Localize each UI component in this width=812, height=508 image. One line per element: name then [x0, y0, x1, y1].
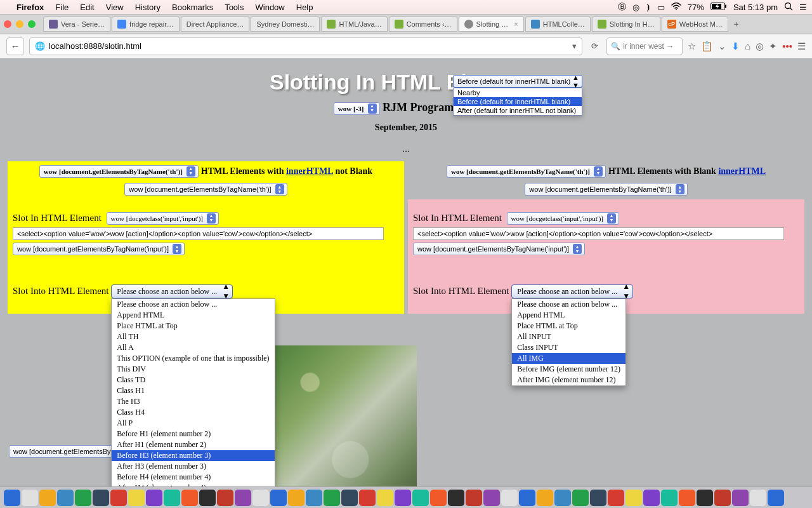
status-icon[interactable]: Ⓑ	[618, 1, 626, 13]
select-option[interactable]: After H1 (element number 2)	[112, 439, 274, 450]
home-icon[interactable]: ⌂	[745, 41, 750, 51]
bottom-select[interactable]: wow [document.getElementsByTag	[9, 445, 125, 458]
select-option[interactable]: Please choose an action below ...	[112, 299, 274, 310]
status-icon[interactable]: ⦘	[646, 3, 651, 12]
menu-bookmarks[interactable]: Bookmarks	[172, 3, 213, 12]
download-icon[interactable]: ⬇	[731, 41, 740, 52]
menu-window[interactable]: Window	[256, 3, 285, 12]
dock-app-icon[interactable]	[288, 490, 304, 506]
slot-in-select[interactable]: wow [docgetclass('input','input')]▲▼	[507, 212, 619, 225]
dock-app-icon[interactable]	[75, 490, 91, 506]
dock-app-icon[interactable]	[377, 490, 393, 506]
select-option[interactable]: After IMG (element number 12)	[512, 375, 625, 385]
close-window-icon[interactable]	[4, 20, 11, 28]
browser-tab[interactable]: Sydney Domesti…	[251, 17, 320, 32]
select-option[interactable]: Nearby	[454, 88, 582, 97]
menu-icon[interactable]: ☰	[799, 3, 807, 12]
battery-icon[interactable]	[710, 3, 727, 12]
url-bar[interactable]: 🌐 localhost:8888/slotin.html ▾	[29, 37, 582, 55]
select-option[interactable]: Class TD	[112, 375, 274, 385]
dock-app-icon[interactable]	[537, 490, 553, 506]
dock-app-icon[interactable]	[181, 490, 198, 506]
browser-tab[interactable]: HTMLColle…	[525, 17, 591, 32]
innerhtml-link[interactable]: innerHTML	[286, 166, 333, 176]
dock-app-icon[interactable]	[430, 490, 447, 506]
select-option[interactable]: Please choose an action below ...	[512, 299, 625, 310]
select-option[interactable]: All A	[112, 342, 274, 353]
select-option[interactable]: All P	[112, 418, 274, 429]
dock-app-icon[interactable]	[608, 490, 624, 506]
dock-app-icon[interactable]	[146, 490, 162, 506]
select-option[interactable]: Class INPUT	[512, 342, 625, 353]
select-option[interactable]: This OPTION (example of one that is impo…	[112, 353, 274, 364]
head-select-left[interactable]: wow [document.getElementsByTagName('th')…	[39, 165, 199, 178]
dock-app-icon[interactable]	[199, 490, 216, 506]
slot-in-select2[interactable]: wow [document.getElementsByTagName('inpu…	[13, 243, 185, 255]
slot-in-select2[interactable]: wow [document.getElementsByTagName('inpu…	[413, 243, 585, 255]
pocket-icon[interactable]: ⌄	[718, 41, 726, 52]
new-tab-button[interactable]: ＋	[730, 17, 743, 31]
back-button[interactable]: ←	[6, 37, 24, 55]
dock-app-icon[interactable]	[359, 490, 376, 506]
select-option[interactable]: Append HTML	[112, 310, 274, 321]
select-option[interactable]: Append HTML	[512, 310, 625, 321]
browser-tab[interactable]: Slotting In H…	[592, 17, 660, 32]
action-select-left[interactable]: Please choose an action below ...▲▼ Plea…	[111, 284, 233, 298]
menu-history[interactable]: History	[135, 3, 160, 12]
addon-icon[interactable]: •••	[782, 41, 792, 51]
addon-icon[interactable]: ✦	[769, 41, 777, 52]
select-option[interactable]: Before H1 (element number 2)	[112, 429, 274, 439]
status-icon[interactable]: ◎	[632, 3, 639, 12]
browser-tab-active[interactable]: Slotting …×	[459, 17, 524, 32]
select-option[interactable]: After H3 (element number 3)	[112, 461, 274, 472]
window-controls[interactable]	[4, 20, 36, 28]
dock-app-icon[interactable]	[39, 490, 56, 506]
slot-in-select[interactable]: wow [docgetclass('input','input')]▲▼	[107, 212, 219, 225]
dock-app-icon[interactable]	[110, 490, 127, 506]
dock-app-icon[interactable]	[643, 490, 660, 506]
select-option[interactable]: Place HTML at Top	[512, 321, 625, 331]
dock-app-icon[interactable]	[483, 490, 500, 506]
browser-tab[interactable]: Comments ‹…	[389, 17, 457, 32]
dock-app-icon[interactable]	[306, 490, 322, 506]
browser-tab[interactable]: fridge repair…	[112, 17, 180, 32]
dock-app-icon[interactable]	[4, 490, 20, 506]
menu-view[interactable]: View	[106, 3, 124, 12]
head-select2-right[interactable]: wow [document.getElementsByTagName('th')…	[525, 183, 687, 196]
reload-button[interactable]: ⟳	[587, 39, 601, 53]
dock-app-icon[interactable]	[679, 490, 695, 506]
dock-app-icon[interactable]	[252, 490, 269, 506]
dock-app-icon[interactable]	[341, 490, 358, 506]
dock-app-icon[interactable]	[572, 490, 589, 506]
select-option[interactable]: Before H3 (element number 3)	[112, 450, 274, 461]
select-option[interactable]: After H4 (element number 4)	[112, 483, 274, 486]
browser-tab[interactable]: cPWebHost M…	[662, 17, 728, 32]
browser-tab[interactable]: Vera - Serie…	[43, 17, 110, 32]
head-select-right[interactable]: wow [document.getElementsByTagName('th')…	[447, 165, 606, 178]
dock-app-icon[interactable]	[448, 490, 464, 506]
dock-app-icon[interactable]	[57, 490, 74, 506]
wifi-icon[interactable]	[671, 3, 681, 12]
dock-app-icon[interactable]	[164, 490, 180, 506]
hamburger-menu-icon[interactable]: ☰	[797, 41, 806, 52]
browser-tab[interactable]: Direct Appliance…	[181, 17, 250, 32]
dock-app-icon[interactable]	[554, 490, 571, 506]
menu-file[interactable]: File	[55, 3, 69, 12]
menu-edit[interactable]: Edit	[80, 3, 94, 12]
position-select[interactable]: Before (default for innerHTML blank) ▲▼ …	[453, 75, 582, 116]
dock-app-icon[interactable]	[590, 490, 606, 506]
dock-app-icon[interactable]	[22, 490, 38, 506]
star-icon[interactable]: ☆	[688, 41, 696, 52]
clock[interactable]: Sat 5:13 pm	[733, 3, 778, 12]
select-option[interactable]: After (default for innerHTML not blank)	[454, 106, 582, 115]
menu-tools[interactable]: Tools	[225, 3, 244, 12]
select-option[interactable]: Before H4 (element number 4)	[112, 472, 274, 483]
minimize-window-icon[interactable]	[16, 20, 23, 28]
dock-app-icon[interactable]	[466, 490, 482, 506]
position-select-options[interactable]: Nearby Before (default for innerHTML bla…	[453, 88, 582, 116]
select-option[interactable]: The H3	[112, 396, 274, 407]
subtitle-select[interactable]: wow [-3]▲▼	[334, 102, 380, 115]
slot-in-input[interactable]: <select><option value='wow'>wow [action]…	[413, 227, 784, 240]
dock-app-icon[interactable]	[395, 490, 411, 506]
slot-in-input[interactable]: <select><option value='wow'>wow [action]…	[13, 227, 384, 240]
